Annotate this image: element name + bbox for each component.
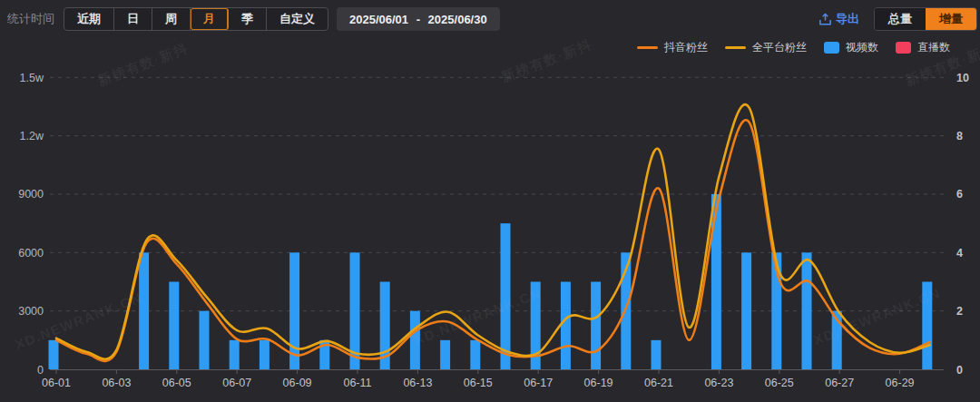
line-series-抖音粉丝 [56, 120, 930, 361]
left-axis-tick-label: 1.2w [20, 130, 44, 142]
legend-item-视频数[interactable]: 视频数 [824, 40, 878, 55]
legend-label: 全平台粉丝 [752, 40, 807, 55]
period-button-日[interactable]: 日 [114, 8, 152, 30]
x-axis-tick-label: 06-23 [704, 377, 733, 389]
x-axis-tick-label: 06-11 [343, 377, 371, 389]
x-axis-tick-label: 06-15 [464, 377, 493, 389]
period-button-月[interactable]: 月 [191, 8, 229, 30]
bar-视频数-06-09 [289, 252, 299, 369]
line-swatch-icon [637, 46, 658, 49]
period-button-季[interactable]: 季 [229, 8, 267, 30]
toolbar: 统计时间 近期日周月季自定义 2025/06/01 - 2025/06/30 导… [0, 6, 980, 32]
bar-视频数-06-01 [49, 340, 59, 369]
x-axis-tick-label: 06-09 [283, 377, 312, 389]
bar-视频数-06-08 [260, 340, 270, 369]
x-axis-tick-label: 06-25 [765, 377, 794, 389]
bar-视频数-06-04 [139, 252, 149, 369]
axis-labels: 003000260004900061.2w81.5w10 [18, 72, 969, 377]
left-axis-tick-label: 0 [37, 364, 44, 377]
bar-视频数-06-05 [169, 281, 179, 369]
export-label: 导出 [836, 11, 859, 27]
export-button[interactable]: 导出 [818, 11, 859, 27]
period-button-周[interactable]: 周 [152, 8, 191, 30]
bar-视频数-06-15 [470, 340, 480, 369]
stat-time-label: 统计时间 [7, 11, 54, 27]
bar-视频数-06-26 [802, 252, 812, 369]
line-series-全平台粉丝 [56, 104, 930, 359]
period-button-自定义[interactable]: 自定义 [267, 8, 328, 30]
period-button-group: 近期日周月季自定义 [64, 7, 328, 31]
toggle-option-总量[interactable]: 总量 [875, 8, 926, 30]
legend-label: 直播数 [917, 40, 950, 55]
x-axis-tick-label: 06-03 [102, 377, 131, 389]
bar-视频数-06-19 [591, 281, 601, 369]
x-axis: 06-0106-0306-0506-0706-0906-1106-1306-15… [42, 370, 915, 390]
left-axis-tick-label: 1.5w [20, 72, 44, 84]
bar-视频数-06-07 [230, 340, 240, 369]
right-axis-tick-label: 8 [956, 130, 963, 142]
x-axis-tick-label: 06-17 [524, 377, 553, 389]
right-axis-tick-label: 2 [956, 305, 963, 318]
bar-视频数-06-24 [741, 252, 751, 369]
legend-item-全平台粉丝[interactable]: 全平台粉丝 [725, 40, 807, 55]
bar-视频数-06-14 [440, 340, 450, 369]
x-axis-tick-label: 06-05 [162, 377, 191, 389]
bar-视频数-06-23 [711, 194, 721, 369]
bar-视频数-06-18 [561, 281, 571, 369]
date-range-picker[interactable]: 2025/06/01 - 2025/06/30 [337, 7, 500, 31]
bar-swatch-icon [824, 42, 839, 54]
x-axis-tick-label: 06-01 [42, 377, 71, 389]
legend-label: 视频数 [846, 40, 878, 55]
x-axis-tick-label: 06-07 [222, 377, 251, 389]
bar-视频数-06-21 [652, 340, 662, 369]
bar-视频数-06-16 [501, 223, 511, 369]
right-axis-tick-label: 10 [956, 72, 969, 84]
right-axis-tick-label: 6 [956, 188, 963, 201]
x-axis-tick-label: 06-13 [403, 377, 432, 389]
left-axis-tick-label: 3000 [18, 305, 44, 318]
x-axis-tick-label: 06-27 [825, 377, 854, 389]
bar-视频数-06-06 [200, 311, 210, 369]
x-axis-tick-label: 06-29 [886, 377, 915, 389]
total-increment-toggle: 总量增量 [874, 7, 977, 31]
bar-视频数-06-13 [410, 311, 420, 369]
chart-legend: 抖音粉丝全平台粉丝视频数直播数 [637, 40, 950, 55]
right-axis-tick-label: 4 [956, 247, 963, 260]
legend-item-直播数[interactable]: 直播数 [896, 40, 950, 55]
x-axis-tick-label: 06-19 [584, 377, 613, 389]
left-axis-tick-label: 9000 [18, 188, 44, 201]
left-axis-tick-label: 6000 [18, 247, 44, 260]
toggle-option-增量[interactable]: 增量 [926, 8, 976, 30]
bar-swatch-icon [896, 42, 911, 54]
fans-trend-combo-chart[interactable]: 003000260004900061.2w81.5w1006-0106-0306… [0, 0, 980, 402]
period-button-近期[interactable]: 近期 [64, 8, 114, 30]
x-axis-tick-label: 06-21 [644, 377, 673, 389]
line-swatch-icon [725, 46, 746, 49]
download-icon [818, 13, 832, 26]
legend-label: 抖音粉丝 [664, 40, 708, 55]
right-axis-tick-label: 0 [956, 364, 963, 377]
bar-视频数-06-30 [922, 281, 932, 369]
legend-item-抖音粉丝[interactable]: 抖音粉丝 [637, 40, 708, 55]
